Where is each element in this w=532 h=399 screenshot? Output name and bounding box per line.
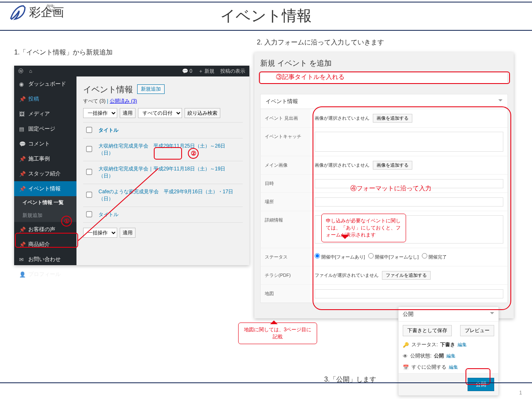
sidebar-label: 投稿 (28, 95, 39, 103)
status-radio-group: 開催中[フォームあり] 開催中[フォームなし] 開催完了 (310, 248, 507, 266)
field-label-catch: イベントキャッチ (261, 128, 310, 156)
field-label-main-image: メイン画像 (261, 156, 310, 174)
sidebar-label: 施工事例 (28, 155, 50, 163)
sidebar-item-media[interactable]: 🖼メディア (14, 106, 76, 121)
status-radio[interactable] (422, 253, 427, 259)
sidebar-item-pages[interactable]: ▤固定ページ (14, 121, 76, 136)
status-option-no-form[interactable]: 開催中[フォームなし] (368, 253, 419, 260)
add-new-button[interactable]: 新規追加 (137, 84, 165, 94)
publish-status-prefix: ステータス: (411, 341, 438, 348)
wp-list-content: イベント情報 新規追加 すべて (3) | 公開済み (3) 一括操作 すべての… (76, 76, 249, 265)
map-input[interactable] (315, 289, 503, 298)
publish-button[interactable]: 公開 (468, 378, 494, 391)
field-label-date: 日時 (261, 175, 310, 192)
post-title-link[interactable]: 大収納住宅完成見学会 平成29年11月25日（土）～26日（日） (99, 143, 225, 156)
topbar-view-posts[interactable]: 投稿の表示 (220, 68, 245, 75)
pin-icon: 📌 (19, 241, 25, 247)
sidebar-item-profile[interactable]: 👤プロフィール (14, 267, 76, 282)
sidebar-item-contact[interactable]: ✉お問い合わせ (14, 252, 76, 267)
sidebar-item-staff[interactable]: 📌スタッフ紹介 (14, 166, 76, 181)
post-title-link[interactable]: 大収納住宅完成見学会｜平成29年11月18日（土）～19日（日） (99, 166, 225, 179)
add-gallery-image-button[interactable]: 画像を追加する (373, 114, 412, 123)
edit-visibility-link[interactable]: 編集 (446, 353, 456, 359)
post-title-link[interactable]: Cafeのような家完成見学会 平成29年9月16日（土）・17日（日） (99, 189, 233, 202)
sidebar-item-posts[interactable]: 📌投稿 (14, 91, 76, 106)
table-row[interactable]: Cafeのような家完成見学会 平成29年9月16日（土）・17日（日） (83, 184, 243, 207)
eye-icon: 👁 (403, 353, 408, 359)
row-checkbox[interactable] (86, 192, 92, 197)
catch-copy-input[interactable] (315, 132, 503, 152)
sidebar-item-dashboard[interactable]: ◉ダッシュボード (14, 76, 76, 91)
event-meta-box: イベント情報 イベント 見出画画像が選択されていません画像を追加する イベントキ… (260, 94, 508, 303)
sidebar-item-events[interactable]: 📌イベント情報 (14, 181, 76, 196)
row-checkbox[interactable] (86, 146, 92, 152)
status-radio[interactable] (315, 253, 320, 259)
sidebar-subitem-events-new[interactable]: 新規追加 (14, 209, 76, 222)
sidebar-item-products[interactable]: 📌商品紹介 (14, 237, 76, 252)
sidebar-label: ダッシュボード (28, 80, 66, 88)
filter-published[interactable]: 公開済み (3) (110, 98, 137, 104)
row-checkbox[interactable] (86, 169, 92, 175)
filter-links: すべて (3) | 公開済み (3) (83, 98, 243, 105)
posts-table: タイトル 大収納住宅完成見学会 平成29年11月25日（土）～26日（日） 大収… (83, 122, 243, 223)
date-filter-select[interactable]: すべての日付 (138, 108, 182, 118)
status-option-label: 開催完了 (429, 254, 447, 259)
preview-button[interactable]: プレビュー (460, 325, 494, 336)
wp-admin-form-panel: 新規 イベント を追加 イベント情報 イベント 見出画画像が選択されていません画… (254, 52, 514, 318)
sidebar-subitem-events-list[interactable]: イベント情報 一覧 (14, 196, 76, 209)
main-image-empty-note: 画像が選択されていません (315, 162, 369, 168)
list-heading: イベント情報 (83, 84, 133, 95)
sidebar-label: メディア (28, 110, 50, 118)
edit-status-link[interactable]: 編集 (458, 342, 467, 348)
field-label-status: ステータス (261, 248, 310, 266)
sidebar-item-comments[interactable]: 💬コメント (14, 136, 76, 151)
comment-menu-icon: 💬 (19, 141, 25, 147)
wordpress-logo-icon[interactable]: ⓦ (18, 68, 23, 75)
mail-icon: ✉ (19, 256, 25, 262)
status-option-with-form[interactable]: 開催中[フォームあり] (315, 253, 365, 260)
select-all-footer-checkbox[interactable] (86, 211, 92, 217)
bulk-action-select-bottom[interactable]: 一括操作 (83, 228, 117, 238)
status-radio[interactable] (368, 253, 374, 259)
sidebar-label: 固定ページ (28, 125, 55, 133)
filter-all[interactable]: すべて (3) (83, 98, 106, 104)
table-row[interactable]: 大収納住宅完成見学会 平成29年11月25日（土）～26日（日） (83, 138, 243, 161)
key-icon: 🔑 (403, 342, 409, 348)
dashboard-icon: ◉ (19, 81, 25, 87)
place-input[interactable] (315, 197, 503, 207)
bulk-action-select[interactable]: 一括操作 (83, 108, 117, 118)
publish-visibility-prefix: 公開状態: (410, 352, 431, 360)
add-main-image-button[interactable]: 画像を追加する (373, 161, 412, 170)
detail-input[interactable] (315, 215, 503, 244)
wp-admin-list-panel: ⓦ ⌂ 💬 0 ＋ 新規 投稿の表示 ◉ダッシュボード 📌投稿 🖼メディア ▤固… (14, 66, 249, 265)
apply-button-bottom[interactable] (120, 228, 135, 238)
select-all-checkbox[interactable] (86, 127, 92, 133)
filter-button[interactable] (185, 108, 220, 118)
step1-caption: 1.「イベント情報」から新規追加 (14, 48, 113, 57)
sidebar-label: 商品紹介 (28, 241, 50, 248)
apply-button[interactable] (120, 108, 135, 118)
wp-admin-topbar: ⓦ ⌂ 💬 0 ＋ 新規 投稿の表示 (14, 66, 249, 76)
comment-icon[interactable]: 💬 0 (182, 68, 192, 74)
collapse-icon[interactable] (498, 99, 502, 103)
comment-count: 0 (190, 68, 192, 74)
field-label-detail: 詳細情報 (261, 211, 310, 248)
topbar-new[interactable]: ＋ 新規 (198, 68, 214, 75)
form-heading: 新規 イベント を追加 (260, 58, 508, 68)
field-label-pdf: チラシ(PDF) (261, 266, 310, 284)
table-row[interactable]: 大収納住宅完成見学会｜平成29年11月18日（土）～19日（日） (83, 161, 243, 184)
sidebar-item-works[interactable]: 📌施工事例 (14, 151, 76, 166)
pin-icon: 📌 (19, 156, 25, 162)
col-title-footer[interactable]: タイトル (99, 212, 118, 217)
date-input[interactable] (315, 179, 503, 188)
edit-schedule-link[interactable]: 編集 (449, 364, 458, 370)
sidebar-item-voice[interactable]: 📌お客様の声 (14, 222, 76, 237)
collapse-icon[interactable] (490, 312, 494, 316)
post-title-input[interactable] (260, 71, 508, 84)
add-pdf-button[interactable]: ファイルを追加する (382, 271, 431, 280)
save-draft-button[interactable]: 下書きとして保存 (403, 325, 452, 336)
home-icon[interactable]: ⌂ (29, 68, 32, 74)
col-title[interactable]: タイトル (99, 127, 118, 133)
status-option-done[interactable]: 開催完了 (422, 253, 447, 260)
pin-icon: 📌 (19, 96, 25, 102)
